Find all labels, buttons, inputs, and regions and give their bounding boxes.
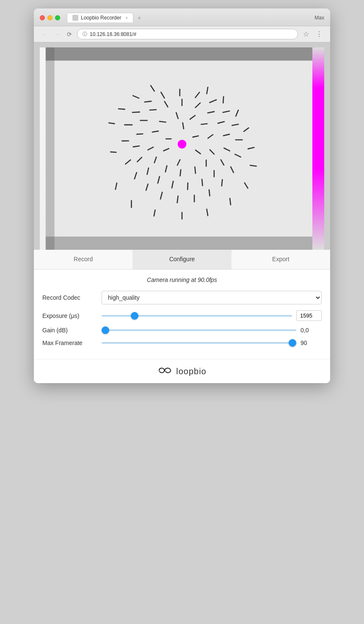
tab-area: Loopbio Recorder × + [67, 13, 311, 22]
svg-rect-2 [46, 237, 318, 250]
framerate-value: 90 [301, 340, 322, 346]
content-area: Record Configure Export Camera running a… [34, 42, 330, 383]
framerate-slider[interactable] [102, 342, 296, 344]
camera-view [34, 42, 330, 250]
codec-label: Record Codec [42, 294, 102, 301]
settings-panel: Camera running at 90.0fps Record Codec h… [34, 270, 330, 359]
gain-label: Gain (dB) [42, 327, 102, 334]
codec-row: Record Codec high_quality low_quality lo… [42, 291, 322, 304]
exposure-label: Exposure (μs) [42, 312, 102, 319]
forward-button[interactable]: → [52, 30, 62, 39]
exposure-row: Exposure (μs) [42, 310, 322, 321]
camera-inner [40, 47, 324, 250]
address-bar: ← → ⟳ ⓘ 10.126.18.36:8081/# ☆ ⋮ [34, 26, 330, 42]
footer: loopbio [34, 359, 330, 383]
framerate-control: 90 [102, 340, 322, 346]
lock-icon: ⓘ [83, 31, 87, 37]
bookmark-button[interactable]: ☆ [301, 29, 311, 39]
brand-name: loopbio [176, 367, 207, 376]
tab-export[interactable]: Export [232, 250, 330, 269]
tab-configure[interactable]: Configure [132, 250, 231, 269]
tab-close-button[interactable]: × [125, 16, 128, 20]
tab-favicon-icon [72, 15, 78, 21]
codec-select[interactable]: high_quality low_quality lossless [102, 291, 322, 304]
fish-scene [40, 47, 324, 250]
svg-rect-3 [46, 47, 55, 250]
maximize-button[interactable] [55, 15, 60, 20]
framerate-label: Max Framerate [42, 340, 102, 346]
gain-row: Gain (dB) 0,0 [42, 327, 322, 334]
loopbio-logo-icon [157, 366, 174, 376]
gain-slider[interactable] [102, 329, 296, 331]
exposure-control [102, 310, 322, 321]
back-button[interactable]: ← [40, 30, 49, 39]
gain-value: 0,0 [301, 327, 322, 334]
minimize-button[interactable] [47, 15, 52, 20]
app-tabs: Record Configure Export [34, 250, 330, 270]
tab-title-label: Loopbio Recorder [81, 15, 121, 21]
menu-button[interactable]: ⋮ [314, 29, 324, 39]
browser-window: Loopbio Recorder × + Max ← → ⟳ ⓘ 10.126.… [34, 8, 330, 383]
user-label: Max [314, 15, 324, 21]
browser-tab[interactable]: Loopbio Recorder × [67, 13, 133, 22]
svg-point-4 [178, 140, 187, 149]
tab-record[interactable]: Record [34, 250, 132, 269]
framerate-row: Max Framerate 90 [42, 340, 322, 346]
url-text: 10.126.18.36:8081/# [90, 31, 136, 37]
svg-rect-1 [46, 47, 318, 61]
camera-status: Camera running at 90.0fps [42, 276, 322, 283]
traffic-lights [40, 15, 60, 20]
title-bar: Loopbio Recorder × + Max [34, 8, 330, 26]
codec-control: high_quality low_quality lossless [102, 291, 322, 304]
address-input[interactable]: ⓘ 10.126.18.36:8081/# [77, 29, 298, 39]
magenta-bar [312, 47, 324, 250]
exposure-slider[interactable] [102, 315, 292, 317]
new-tab-button[interactable]: + [135, 14, 143, 22]
loopbio-logo: loopbio [157, 366, 207, 376]
gain-control: 0,0 [102, 327, 322, 334]
refresh-button[interactable]: ⟳ [65, 30, 74, 39]
exposure-value-input[interactable] [296, 310, 322, 321]
close-button[interactable] [40, 15, 45, 20]
